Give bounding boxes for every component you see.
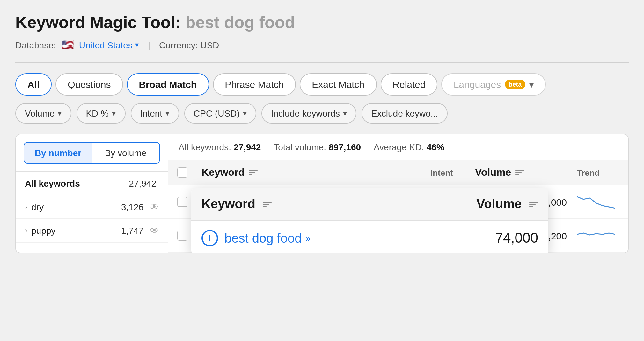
sidebar-puppy-count: 1,747 [121,225,143,236]
keyword-col-label: Keyword [201,167,245,178]
trend-chart [577,192,615,210]
header-divider [15,62,629,63]
separator: | [148,40,150,50]
sidebar-all-label: All keywords [25,178,125,188]
by-volume-toggle[interactable]: By volume [92,143,159,163]
sidebar-list: All keywords 27,942 › dry 3,126 👁 › pupp… [16,172,168,243]
row-checkbox[interactable] [177,197,187,207]
tab-exact-match[interactable]: Exact Match [300,73,377,96]
stats-all-label: All keywords: [179,142,231,152]
hover-keyword-link[interactable]: best dog food [224,231,302,245]
exclude-label: Exclude keywo... [371,108,438,118]
country-name: United States [79,40,133,50]
table-header: Keyword Intent Volume Trend [168,160,628,185]
row-expand-icon-puppy: › [25,226,27,235]
header-volume: Volume [475,167,577,178]
hover-volume-col: Volume [476,197,538,211]
db-label: Database: [15,40,56,50]
include-keywords-filter[interactable]: Include keywords ▾ [261,103,356,124]
volume-caret-icon: ▾ [58,109,62,118]
stats-kd-value: 46% [427,142,444,152]
volume-filter[interactable]: Volume ▾ [15,103,71,124]
hover-add-icon[interactable]: + [201,230,218,246]
header-check [168,167,196,178]
table-stats: All keywords: 27,942 Total volume: 897,1… [168,134,628,160]
volume-label: Volume [25,108,55,118]
hover-vol-label: Volume [476,197,522,211]
stats-vol-value: 897,160 [329,142,361,152]
hover-card: Keyword Volume [191,188,548,253]
trend-chart-2 [577,225,615,243]
header-keyword: Keyword [196,167,430,178]
tab-questions[interactable]: Questions [55,73,123,96]
stats-all-value: 27,942 [234,142,261,152]
select-all-checkbox[interactable] [177,167,187,178]
title-query: best dog food [186,13,295,32]
trend-cell [577,192,628,212]
title-prefix: Keyword Magic Tool: [15,13,181,32]
sidebar-row-dry[interactable]: › dry 3,126 👁 [16,195,168,219]
exclude-keywords-filter[interactable]: Exclude keywo... [362,103,448,124]
country-chevron-icon: ▾ [135,41,139,49]
sidebar-puppy-label: puppy [31,225,117,236]
languages-chevron-icon: ▾ [529,79,534,89]
sidebar-row-puppy[interactable]: › puppy 1,747 👁 [16,219,168,243]
sidebar-all-keywords[interactable]: All keywords 27,942 [16,172,168,195]
kd-caret-icon: ▾ [112,109,116,118]
flag-icon: 🇺🇸 [61,39,74,51]
row-checkbox-2[interactable] [177,231,187,241]
cpc-label: CPC (USD) [194,108,240,118]
beta-badge: beta [505,80,525,89]
row-expand-icon: › [25,202,27,211]
by-number-toggle[interactable]: By number [24,143,92,163]
trend-col-label: Trend [577,168,600,177]
currency-label: Currency: USD [159,40,219,50]
intent-col-label: Intent [430,168,453,177]
hover-sort-icon [263,202,272,207]
tab-related[interactable]: Related [380,73,437,96]
trend-cell-2 [577,225,628,246]
kd-label: KD % [86,108,109,118]
languages-label: Languages [454,79,501,90]
header-trend: Trend [577,168,628,177]
tab-phrase-match[interactable]: Phrase Match [213,73,296,96]
include-caret-icon: ▾ [343,109,347,118]
hover-arrows-icon: » [305,233,311,243]
filter-bar: Volume ▾ KD % ▾ Intent ▾ CPC (USD) ▾ Inc… [15,103,629,124]
sidebar-dry-count: 3,126 [121,202,143,212]
db-country-link[interactable]: United States ▾ [79,40,139,50]
sidebar-all-count: 27,942 [129,178,156,188]
hover-card-row: + best dog food » 74,000 [191,221,548,253]
hover-vol-sort-icon [529,202,538,207]
tab-all[interactable]: All [15,73,52,96]
tab-bar: All Questions Broad Match Phrase Match E… [15,73,629,96]
include-label: Include keywords [271,108,340,118]
intent-caret-icon: ▾ [165,109,169,118]
volume-col-label: Volume [475,167,511,178]
volume-sort-icon[interactable] [515,170,524,175]
view-toggle: By number By volume [24,142,160,164]
cpc-filter[interactable]: CPC (USD) ▾ [184,103,256,124]
kd-filter[interactable]: KD % ▾ [76,103,125,124]
intent-filter[interactable]: Intent ▾ [130,103,179,124]
intent-label: Intent [140,108,162,118]
table-area: All keywords: 27,942 Total volume: 897,1… [168,134,629,253]
header-meta: Database: 🇺🇸 United States ▾ | Currency:… [15,39,629,51]
tab-languages[interactable]: Languages beta ▾ [442,73,546,96]
main-content: By number By volume All keywords 27,942 … [15,134,629,253]
stats-kd-label: Average KD: [374,142,424,152]
eye-icon-dry[interactable]: 👁 [150,202,159,212]
header-intent: Intent [430,168,475,177]
hover-card-header: Keyword Volume [191,188,548,221]
page-title: Keyword Magic Tool: best dog food [15,13,629,32]
hover-keyword-col: Keyword [201,197,272,211]
tab-broad-match[interactable]: Broad Match [127,73,209,96]
hover-volume-value: 74,000 [495,230,538,246]
sidebar-dry-label: dry [31,202,117,212]
eye-icon-puppy[interactable]: 👁 [150,225,159,236]
hover-kw-label: Keyword [201,197,255,211]
stats-vol-label: Total volume: [274,142,326,152]
cpc-caret-icon: ▾ [243,109,247,118]
sidebar-panel: By number By volume All keywords 27,942 … [15,134,168,253]
keyword-sort-icon[interactable] [248,170,257,175]
